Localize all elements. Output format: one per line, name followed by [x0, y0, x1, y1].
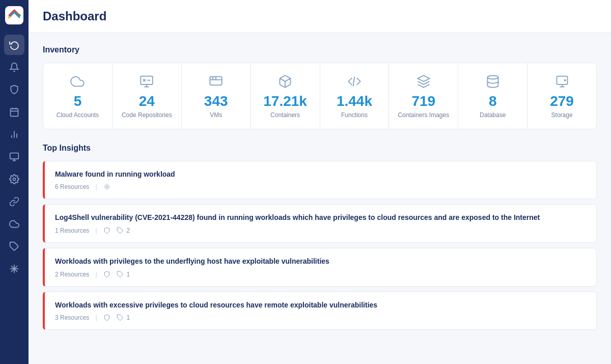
insight-title-3: Workloads with privileges to the underfl…	[55, 257, 586, 267]
svg-rect-19	[141, 76, 153, 85]
inventory-section: Inventory 5 Cloud Accounts 24 Code R	[43, 45, 597, 129]
insights-section: Top Insights Malware found in running wo…	[43, 144, 597, 334]
svg-point-1	[8, 16, 11, 19]
cloud-icon	[51, 73, 104, 90]
insight-card-1[interactable]: Malware found in running workload 6 Reso…	[43, 161, 597, 200]
containers-images-label: Containers Images	[397, 111, 450, 119]
sidebar-item-home[interactable]	[4, 35, 24, 55]
svg-point-2	[18, 14, 21, 17]
content-area: Inventory 5 Cloud Accounts 24 Code R	[29, 33, 611, 346]
page-title: Dashboard	[43, 9, 597, 23]
insight-title-1: Malware found in running workload	[55, 170, 586, 180]
cloud-accounts-number: 5	[51, 94, 104, 109]
insight-title-4: Workloads with excessive privileges to c…	[55, 300, 586, 311]
sidebar-item-box[interactable]	[4, 147, 24, 167]
meta-divider-2: |	[95, 227, 97, 234]
meta-divider: |	[95, 183, 97, 190]
svg-line-42	[104, 185, 105, 186]
code-repositories-label: Code Repositories	[121, 111, 173, 119]
svg-marker-31	[418, 75, 429, 81]
insight-resources-2: 1 Resources	[55, 227, 89, 234]
page-header: Dashboard	[29, 0, 611, 33]
svg-point-32	[487, 75, 498, 79]
containers-images-number: 719	[397, 94, 450, 109]
inventory-card-database[interactable]: 8 Database	[458, 63, 527, 129]
insight-title-2: Log4Shell vulnerability (CVE-2021-44228)…	[55, 213, 586, 223]
storage-number: 279	[536, 94, 588, 109]
svg-line-43	[108, 188, 109, 189]
inventory-card-cloud-accounts[interactable]: 5 Cloud Accounts	[43, 63, 113, 129]
svg-line-44	[108, 185, 109, 186]
inventory-card-containers-images[interactable]: 719 Containers Images	[389, 63, 458, 129]
inventory-card-code-repositories[interactable]: 24 Code Repositories	[113, 63, 182, 129]
stack-icon	[397, 73, 450, 90]
insight-shield-icon-4	[103, 314, 110, 321]
database-icon	[466, 73, 519, 90]
insight-card-4[interactable]: Workloads with excessive privileges to c…	[43, 292, 597, 330]
sidebar-item-asterisk[interactable]	[4, 259, 24, 279]
inventory-card-storage[interactable]: 279 Storage	[527, 63, 596, 129]
sidebar-item-settings[interactable]	[4, 169, 24, 189]
inventory-title: Inventory	[43, 45, 597, 54]
functions-number: 1.44k	[328, 94, 381, 109]
main-content: Dashboard Inventory 5 Cloud Accounts	[29, 0, 611, 364]
insight-meta-2: 1 Resources | 2	[55, 227, 586, 234]
svg-rect-0	[5, 6, 23, 24]
containers-icon	[259, 73, 312, 90]
database-number: 8	[466, 94, 519, 109]
storage-label: Storage	[536, 111, 588, 119]
insight-card-3[interactable]: Workloads with privileges to the underfl…	[43, 248, 597, 287]
containers-number: 17.21k	[259, 94, 312, 109]
meta-divider-4: |	[95, 314, 97, 321]
storage-icon	[536, 73, 588, 90]
insight-card-2[interactable]: Log4Shell vulnerability (CVE-2021-44228)…	[43, 204, 597, 243]
sidebar	[0, 0, 29, 364]
svg-rect-3	[11, 108, 18, 116]
containers-label: Containers	[259, 111, 312, 119]
functions-label: Functions	[328, 111, 381, 119]
insight-resources-3: 2 Resources	[55, 271, 89, 278]
sidebar-item-shield[interactable]	[4, 79, 24, 100]
svg-point-36	[564, 80, 565, 81]
sidebar-item-alerts[interactable]	[4, 57, 24, 77]
insight-resources-1: 6 Resources	[55, 183, 89, 190]
insights-title: Top Insights	[43, 144, 597, 153]
insight-tag-icon-4: 1	[117, 314, 130, 321]
functions-icon	[328, 73, 381, 90]
logo	[5, 6, 23, 26]
svg-line-30	[353, 77, 354, 87]
insight-shield-icon-3	[103, 271, 110, 278]
inventory-card-functions[interactable]: 1.44k Functions	[320, 63, 390, 129]
sidebar-item-cloud2[interactable]	[4, 214, 24, 234]
inventory-card-vms[interactable]: 343 VMs	[182, 63, 251, 129]
insight-meta-3: 2 Resources | 1	[55, 271, 586, 278]
insight-meta-1: 6 Resources |	[55, 183, 586, 190]
insight-meta-4: 3 Resources | 1	[55, 314, 586, 321]
code-repo-icon	[121, 73, 173, 90]
inventory-grid: 5 Cloud Accounts 24 Code Repositories	[43, 63, 597, 129]
vms-label: VMs	[190, 111, 242, 119]
database-label: Database	[466, 111, 519, 119]
insight-tag-icon-2: 2	[117, 227, 130, 234]
code-repositories-number: 24	[121, 94, 173, 109]
svg-point-13	[13, 178, 16, 181]
insight-bug-icon-1	[103, 183, 110, 190]
insight-resources-4: 3 Resources	[55, 314, 89, 321]
insights-list: Malware found in running workload 6 Reso…	[43, 161, 597, 334]
vms-number: 343	[190, 94, 242, 109]
insight-tag-icon-3: 1	[117, 271, 130, 278]
cloud-accounts-label: Cloud Accounts	[51, 111, 104, 119]
vm-icon	[190, 73, 242, 90]
inventory-card-containers[interactable]: 17.21k Containers	[251, 63, 320, 129]
sidebar-item-calendar[interactable]	[4, 102, 24, 122]
insight-shield-icon-2	[103, 227, 110, 234]
sidebar-item-chart[interactable]	[4, 124, 24, 145]
svg-rect-10	[10, 153, 19, 159]
svg-point-37	[105, 186, 108, 188]
meta-divider-3: |	[95, 271, 97, 278]
sidebar-item-tag[interactable]	[4, 236, 24, 257]
svg-line-45	[104, 188, 105, 189]
sidebar-item-link[interactable]	[4, 191, 24, 212]
